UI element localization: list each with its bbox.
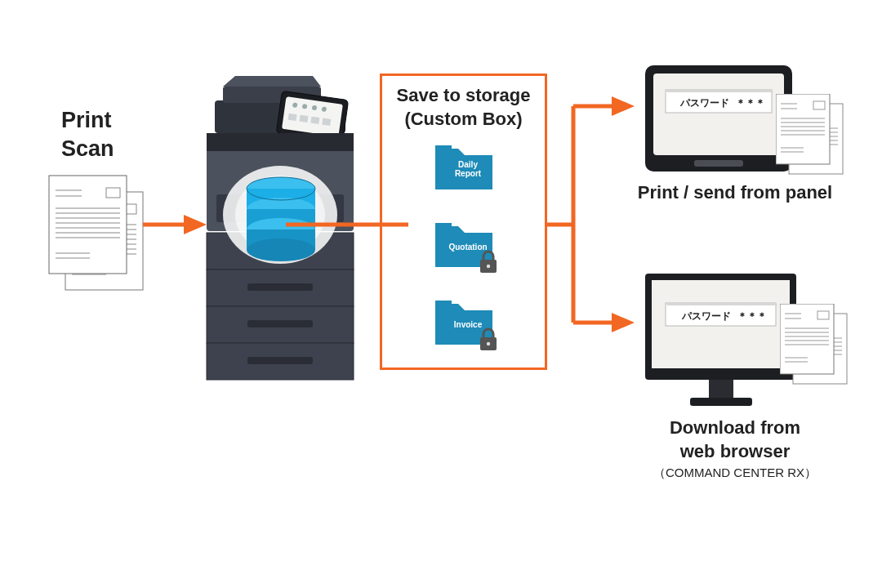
folder-label-daily-report: Daily Report (446, 160, 490, 178)
browser-caption-sub: （COMMAND CENTER RX） (629, 465, 841, 481)
svg-rect-40 (322, 118, 331, 126)
panel-caption: Print / send from panel (629, 181, 841, 205)
scan-label: Scan (61, 135, 114, 163)
panel-password-label: パスワード (680, 96, 729, 110)
monitor-password-mask: ＊＊＊ (737, 310, 767, 323)
monitor-doc-icon (780, 304, 862, 394)
svg-rect-77 (653, 74, 784, 155)
folder-label-invoice: Invoice (446, 319, 490, 330)
svg-rect-63 (435, 145, 452, 152)
print-label: Print (61, 106, 114, 135)
arrow-branch-icon (545, 91, 643, 345)
print-scan-label: Print Scan (61, 106, 114, 163)
panel-password-mask: ＊＊＊ (736, 96, 765, 110)
svg-point-60 (247, 238, 315, 261)
panel-doc-icon (776, 94, 858, 184)
svg-rect-103 (690, 398, 752, 406)
browser-caption-line2: web browser (629, 440, 841, 464)
storage-title-line1: Save to storage (382, 84, 545, 108)
svg-point-66 (487, 265, 490, 268)
svg-rect-49 (247, 320, 313, 327)
panel-password-strip: パスワード ＊＊＊ (673, 96, 773, 110)
svg-rect-37 (288, 114, 297, 121)
monitor-password-label: パスワード (682, 310, 731, 323)
svg-marker-80 (666, 90, 773, 92)
diagram-stage: { "left_label": { "line1": "Print", "lin… (0, 0, 882, 588)
svg-rect-42 (207, 133, 354, 151)
svg-rect-38 (299, 115, 308, 122)
document-stack-icon (37, 172, 159, 294)
svg-rect-51 (247, 357, 313, 364)
svg-rect-64 (435, 223, 452, 229)
svg-rect-102 (709, 380, 733, 399)
browser-caption-line1: Download from (629, 416, 841, 440)
folder-label-quotation: Quotation (446, 242, 490, 252)
storage-title-line2: (Custom Box) (382, 108, 545, 131)
svg-rect-67 (435, 301, 452, 307)
svg-point-69 (487, 342, 490, 345)
browser-caption: Download from web browser （COMMAND CENTE… (629, 416, 841, 481)
svg-marker-75 (612, 313, 635, 332)
monitor-password-strip: パスワード ＊＊＊ (671, 310, 777, 323)
svg-rect-114 (780, 304, 834, 374)
svg-marker-30 (223, 76, 321, 87)
svg-rect-78 (694, 160, 743, 167)
svg-rect-47 (247, 283, 313, 291)
svg-rect-89 (776, 94, 830, 164)
svg-rect-39 (310, 117, 319, 124)
svg-marker-73 (612, 96, 635, 116)
svg-marker-105 (666, 303, 777, 305)
storage-title: Save to storage (Custom Box) (382, 84, 545, 131)
